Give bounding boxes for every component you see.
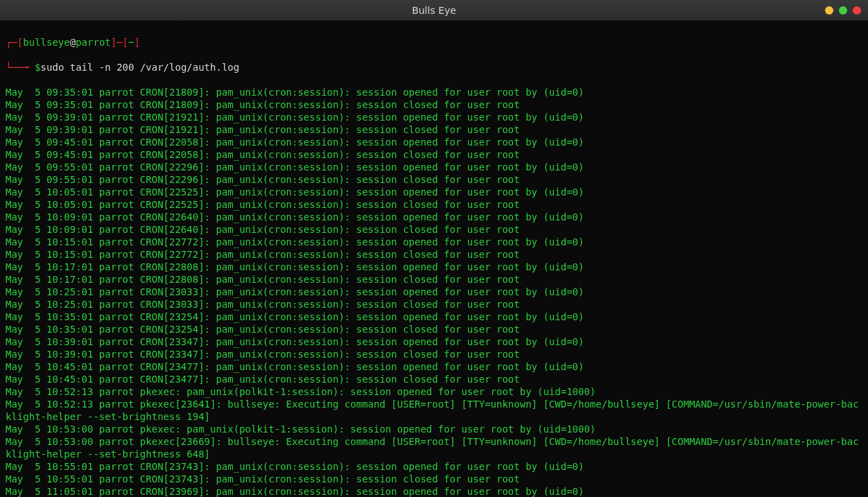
- log-line: May 5 09:35:01 parrot CRON[21809]: pam_u…: [6, 86, 862, 98]
- log-line: May 5 10:45:01 parrot CRON[23477]: pam_u…: [6, 373, 862, 385]
- log-line: May 5 09:55:01 parrot CRON[22296]: pam_u…: [6, 173, 862, 186]
- log-line: May 5 10:17:01 parrot CRON[22808]: pam_u…: [6, 273, 862, 286]
- log-line: May 5 10:39:01 parrot CRON[23347]: pam_u…: [6, 348, 862, 360]
- log-line: May 5 10:45:01 parrot CRON[23477]: pam_u…: [6, 360, 862, 373]
- command-text: sudo tail -n 200 /var/log/auth.log: [41, 62, 240, 73]
- log-line: May 5 10:52:13 parrot pkexec: pam_unix(p…: [6, 385, 862, 398]
- prompt-bracket-end: ]: [134, 37, 139, 48]
- prompt-line-1: ┌─[bullseye@parrot]─[~]: [6, 36, 862, 49]
- log-output: May 5 09:35:01 parrot CRON[21809]: pam_u…: [6, 86, 862, 497]
- log-line: May 5 09:39:01 parrot CRON[21921]: pam_u…: [6, 123, 862, 136]
- log-line: May 5 10:35:01 parrot CRON[23254]: pam_u…: [6, 323, 862, 335]
- log-line: May 5 10:52:13 parrot pkexec[23641]: bul…: [6, 398, 862, 423]
- log-line: May 5 10:15:01 parrot CRON[22772]: pam_u…: [6, 248, 862, 261]
- titlebar: Bulls Eye: [0, 0, 868, 21]
- log-line: May 5 09:35:01 parrot CRON[21809]: pam_u…: [6, 98, 862, 111]
- log-line: May 5 10:53:00 parrot pkexec[23669]: bul…: [6, 435, 862, 460]
- log-line: May 5 09:45:01 parrot CRON[22058]: pam_u…: [6, 136, 862, 148]
- log-line: May 5 10:05:01 parrot CRON[22525]: pam_u…: [6, 198, 862, 211]
- log-line: May 5 10:15:01 parrot CRON[22772]: pam_u…: [6, 236, 862, 248]
- terminal[interactable]: ┌─[bullseye@parrot]─[~] └──╼ $sudo tail …: [0, 21, 868, 497]
- prompt-bracket-open: ┌─[: [6, 37, 23, 48]
- log-line: May 5 10:25:01 parrot CRON[23033]: pam_u…: [6, 298, 862, 311]
- log-line: May 5 10:25:01 parrot CRON[23033]: pam_u…: [6, 286, 862, 298]
- log-line: May 5 10:35:01 parrot CRON[23254]: pam_u…: [6, 311, 862, 323]
- log-line: May 5 10:17:01 parrot CRON[22808]: pam_u…: [6, 261, 862, 273]
- prompt-line2-prefix: └──╼: [6, 62, 35, 73]
- prompt-at: @: [70, 37, 76, 48]
- log-line: May 5 10:55:01 parrot CRON[23743]: pam_u…: [6, 473, 862, 485]
- prompt-host: parrot: [76, 37, 111, 48]
- log-line: May 5 10:05:01 parrot CRON[22525]: pam_u…: [6, 186, 862, 198]
- prompt-line-2: └──╼ $sudo tail -n 200 /var/log/auth.log: [6, 61, 862, 73]
- log-line: May 5 09:39:01 parrot CRON[21921]: pam_u…: [6, 111, 862, 123]
- minimize-button[interactable]: [825, 6, 833, 15]
- close-button[interactable]: [853, 6, 861, 15]
- log-line: May 5 10:09:01 parrot CRON[22640]: pam_u…: [6, 223, 862, 236]
- log-line: May 5 09:45:01 parrot CRON[22058]: pam_u…: [6, 148, 862, 161]
- prompt-user: bullseye: [23, 37, 69, 48]
- prompt-dollar: $: [35, 62, 40, 73]
- log-line: May 5 10:53:00 parrot pkexec: pam_unix(p…: [6, 423, 862, 435]
- prompt-bracket-mid: ]─[: [111, 37, 128, 48]
- log-line: May 5 11:05:01 parrot CRON[23969]: pam_u…: [6, 485, 862, 497]
- log-line: May 5 10:39:01 parrot CRON[23347]: pam_u…: [6, 335, 862, 348]
- window-controls: [825, 6, 861, 15]
- log-line: May 5 10:55:01 parrot CRON[23743]: pam_u…: [6, 460, 862, 473]
- maximize-button[interactable]: [839, 6, 847, 15]
- log-line: May 5 09:55:01 parrot CRON[22296]: pam_u…: [6, 161, 862, 173]
- log-line: May 5 10:09:01 parrot CRON[22640]: pam_u…: [6, 211, 862, 223]
- window-title: Bulls Eye: [412, 5, 456, 16]
